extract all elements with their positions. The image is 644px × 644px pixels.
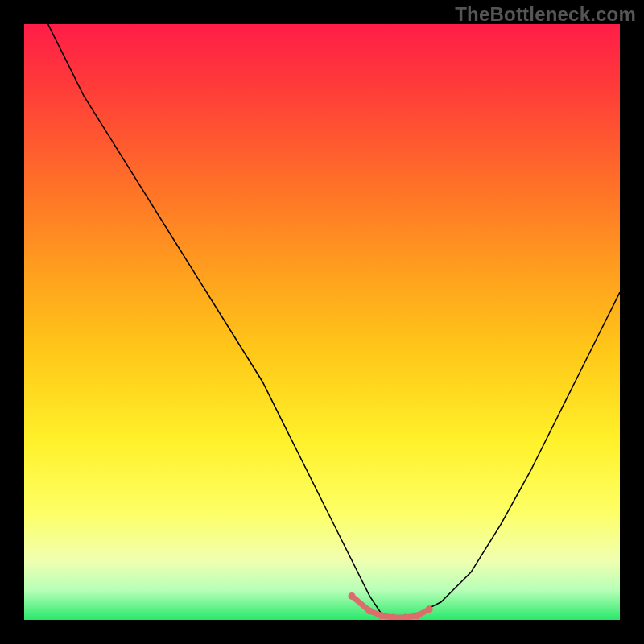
marker-dot xyxy=(378,612,386,619)
chart-frame: TheBottleneck.com xyxy=(0,0,644,644)
bottleneck-curve xyxy=(48,24,620,620)
minimum-markers xyxy=(349,592,433,620)
marker-dot xyxy=(366,607,374,614)
marker-dot xyxy=(426,605,433,613)
watermark-text: TheBottleneck.com xyxy=(455,3,636,26)
chart-svg xyxy=(24,24,620,620)
marker-dot xyxy=(414,612,421,619)
marker-dot xyxy=(349,592,356,600)
plot-area xyxy=(24,24,620,620)
